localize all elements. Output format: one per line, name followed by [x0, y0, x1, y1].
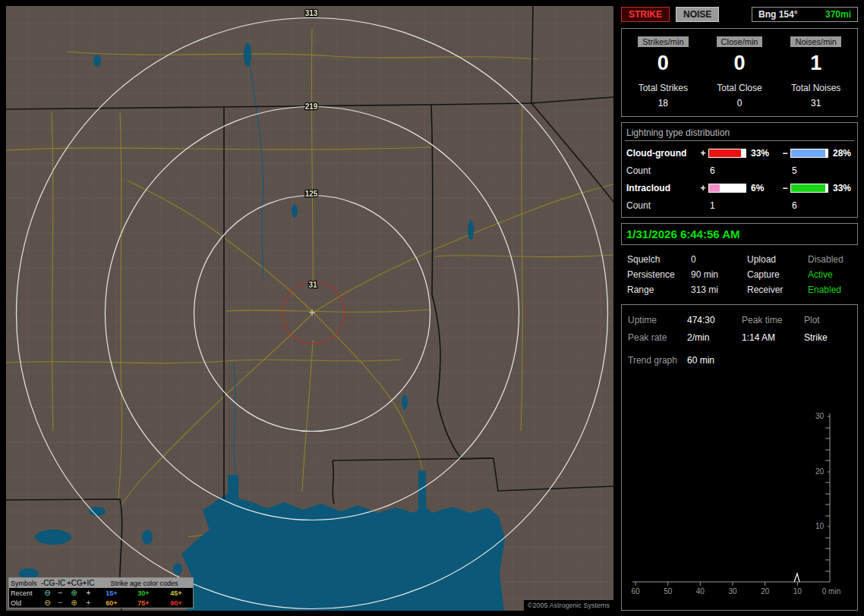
ic-positive-pct: 6% [748, 183, 780, 193]
app-window: 313 219 125 31 Symbols -CG -IC +CG +IC S… [0, 0, 864, 616]
distribution-title: Lightning type distribution [625, 127, 854, 141]
settings-block: Squelch 0 Upload Disabled Persistence 90… [621, 250, 858, 299]
intracloud-label: Intracloud [626, 183, 698, 193]
ring-label-31: 31 [308, 281, 317, 289]
receiver-status: Enabled [808, 284, 852, 295]
x-tick-40: 40 [696, 587, 705, 596]
perf-value-row: Peak rate 2/min 1:14 AM Strike [628, 328, 851, 346]
cg-positive-pct: 33% [748, 148, 780, 159]
map[interactable]: 313 219 125 31 [6, 6, 613, 611]
uptime-label: Uptime [628, 315, 687, 325]
cg-positive-count: 6 [708, 165, 748, 176]
capture-label: Capture [747, 269, 808, 280]
cloud-ground-row: Cloud-ground + 33% − 28% [625, 144, 854, 162]
noise-button[interactable]: NOISE [676, 7, 719, 22]
legend-row-label: Old [9, 599, 41, 607]
neg-cg-recent-icon: ⊖ [41, 589, 54, 597]
range-label: Range [627, 284, 691, 295]
neg-ic-old-icon: − [54, 599, 67, 607]
peak-rate-value: 2/min [687, 332, 742, 343]
age-30: 30+ [128, 589, 159, 597]
trend-graph-period: 60 min [687, 355, 742, 366]
ic-negative-pct: 33% [830, 183, 853, 193]
legend-col-pos-cg: +CG [67, 579, 81, 587]
total-close-label: Total Close [702, 83, 778, 93]
persistence-value: 90 min [691, 269, 747, 280]
upload-status: Disabled [808, 254, 852, 265]
total-noises-label: Total Noises [777, 83, 854, 93]
y-tick-20: 20 [815, 467, 825, 476]
ic-positive-bar [708, 184, 746, 193]
trend-graph-label: Trend graph [628, 355, 687, 366]
legend-row-label: Recent [9, 589, 41, 597]
cg-negative-bar [790, 149, 828, 158]
squelch-value: 0 [691, 254, 747, 265]
legend-symbols-header: Symbols [9, 580, 41, 587]
minus-sign: − [780, 148, 790, 159]
plot-value: Strike [804, 332, 851, 343]
close-per-min-badge: Close/min [717, 36, 763, 47]
upload-label: Upload [747, 254, 808, 265]
legend-col-pos-ic: +IC [81, 579, 96, 587]
noises-rate-col: Noises/min 1 Total Noises 31 [777, 36, 854, 108]
perf-header-row: Uptime 474:30 Peak time Plot [628, 311, 851, 328]
cg-negative-pct: 28% [830, 148, 853, 159]
copyright: ©2005 Astrogenic Systems [524, 600, 613, 611]
mode-header: STRIKE NOISE Bng 154° 370mi [621, 6, 858, 23]
strikes-rate-col: Strikes/min 0 Total Strikes 18 [625, 36, 702, 108]
current-datetime: 1/31/2026 6:44:56 AM [626, 228, 740, 240]
cloud-ground-count-row: Count 6 5 [625, 162, 854, 179]
ring-label-219: 219 [305, 102, 318, 111]
strikes-per-min-badge: Strikes/min [638, 36, 688, 47]
strike-button[interactable]: STRIKE [621, 7, 670, 22]
age-90: 90+ [159, 599, 193, 607]
map-panel: 313 219 125 31 Symbols -CG -IC +CG +IC S… [6, 6, 613, 611]
pos-cg-recent-icon: ⊕ [67, 589, 81, 597]
intracloud-count-row: Count 1 6 [625, 196, 854, 214]
age-15: 15+ [96, 589, 128, 597]
neg-cg-old-icon: ⊖ [41, 599, 54, 607]
peak-rate-label: Peak rate [628, 332, 687, 343]
cg-negative-count: 5 [790, 165, 830, 176]
total-strikes-label: Total Strikes [625, 83, 702, 93]
trend-label-row: Trend graph 60 min [628, 351, 851, 369]
bearing-value: Bng 154° [758, 9, 797, 20]
settings-row: Range 313 mi Receiver Enabled [621, 282, 858, 297]
distribution-box: Lightning type distribution Cloud-ground… [621, 122, 858, 218]
ic-positive-count: 1 [708, 200, 748, 211]
plus-sign: + [698, 183, 708, 193]
cloud-ground-label: Cloud-ground [626, 148, 698, 159]
total-close-value: 0 [702, 98, 778, 108]
legend-header-row: Symbols -CG -IC +CG +IC Strike age color… [9, 578, 193, 588]
pos-cg-old-icon: ⊕ [67, 599, 81, 607]
trend-spike [794, 574, 799, 582]
persistence-label: Persistence [627, 269, 691, 280]
count-label: Count [626, 165, 698, 176]
ic-negative-bar [790, 184, 828, 193]
x-tick-30: 30 [728, 587, 737, 596]
age-45: 45+ [159, 589, 193, 597]
plot-label: Plot [804, 315, 851, 325]
count-label: Count [626, 200, 698, 211]
peak-time-value: 1:14 AM [742, 332, 804, 343]
legend-row-old: Old ⊖ − ⊕ + 60+ 75+ 90+ [9, 598, 193, 608]
x-tick-10: 10 [793, 587, 803, 596]
x-tick-50: 50 [664, 587, 673, 596]
noises-per-min-value: 1 [777, 52, 854, 75]
capture-status: Active [808, 269, 852, 280]
total-noises-value: 31 [777, 98, 854, 108]
strikes-per-min-value: 0 [625, 52, 702, 75]
trend-axes [632, 413, 830, 586]
status-panel: STRIKE NOISE Bng 154° 370mi Strikes/min … [621, 6, 858, 611]
noises-per-min-badge: Noises/min [790, 36, 840, 47]
pos-ic-recent-icon: + [81, 589, 96, 597]
trend-graph-wrap: 30 20 10 60 50 40 30 20 10 0 min [628, 407, 851, 604]
y-tick-30: 30 [815, 412, 825, 420]
close-rate-col: Close/min 0 Total Close 0 [702, 36, 778, 108]
legend-row-recent: Recent ⊖ − ⊕ + 15+ 30+ 45+ [9, 588, 193, 598]
cg-positive-bar [708, 149, 746, 158]
age-75: 75+ [128, 599, 159, 607]
receiver-label: Receiver [747, 284, 808, 295]
legend-col-neg-cg: -CG [41, 579, 54, 587]
x-tick-60: 60 [631, 587, 640, 596]
